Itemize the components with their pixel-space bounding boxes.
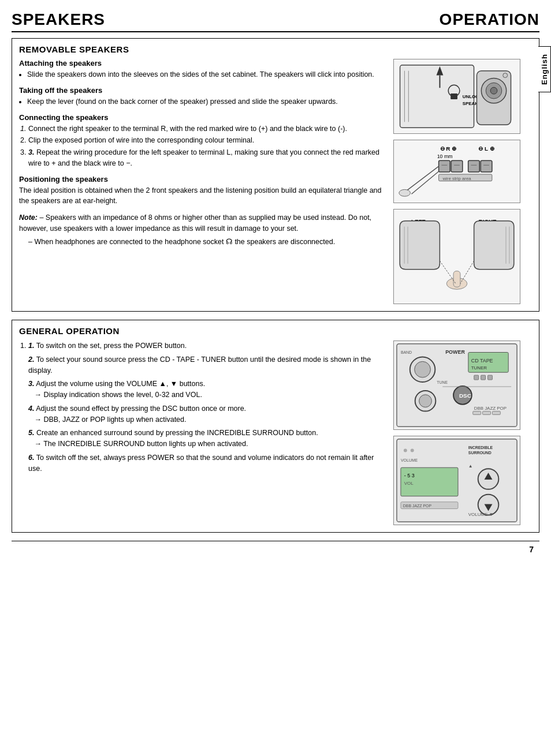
svg-point-45 bbox=[419, 395, 432, 407]
dsc-diagram: POWER DSC CD TAPE TUNER bbox=[393, 340, 520, 430]
unlock-speaker-diagram: UNLOCK SPEAKER bbox=[393, 59, 520, 134]
attaching-item: Slide the speakers down into the sleeves… bbox=[27, 69, 384, 80]
svg-rect-57 bbox=[483, 411, 491, 415]
svg-point-13 bbox=[503, 73, 508, 78]
svg-text:wire strip area: wire strip area bbox=[442, 176, 471, 181]
attaching-list: Slide the speakers down into the sleeves… bbox=[19, 69, 384, 80]
header-right-title: OPERATION bbox=[440, 10, 539, 29]
svg-text:INCREDIBLE: INCREDIBLE bbox=[468, 446, 493, 450]
taking-off-item: Keep the lever (found on the back corner… bbox=[27, 96, 384, 107]
op-step-6: 6. To switch off the set, always press P… bbox=[28, 452, 384, 474]
svg-rect-20 bbox=[481, 160, 492, 172]
svg-rect-18 bbox=[451, 160, 463, 172]
positioning-heading: Positioning the speakers bbox=[19, 175, 384, 184]
surround-svg: INCREDIBLE SURROUND - 5 3 VOL VOLUM bbox=[394, 436, 520, 525]
svg-point-43 bbox=[415, 361, 431, 377]
page-number: 7 bbox=[12, 545, 539, 554]
note-label: Note: bbox=[19, 214, 38, 222]
svg-rect-6 bbox=[451, 93, 457, 99]
svg-text:VOLUME ▼: VOLUME ▼ bbox=[468, 512, 493, 517]
removable-speakers-title: REMOVABLE SPEAKERS bbox=[19, 44, 532, 54]
svg-text:⊖ R ⊕: ⊖ R ⊕ bbox=[440, 145, 457, 152]
leftright-diagram: LEFT RIGHT bbox=[393, 209, 520, 304]
op-step-4: 4. Adjust the sound effect by pressing t… bbox=[28, 403, 384, 425]
op-step-3: 3. Adjust the volume using the VOLUME ▲,… bbox=[28, 379, 384, 401]
general-operation-content: 1. To switch on the set, press the POWER… bbox=[19, 340, 532, 525]
unlock-speaker-svg: UNLOCK SPEAKER bbox=[394, 59, 520, 133]
note-dash1: – Speakers with an impedance of 8 ohms o… bbox=[19, 214, 371, 233]
svg-rect-19 bbox=[468, 160, 480, 172]
svg-text:10 mm: 10 mm bbox=[437, 154, 453, 159]
svg-text:SURROUND: SURROUND bbox=[468, 451, 492, 455]
svg-text:POWER: POWER bbox=[445, 349, 465, 355]
svg-line-38 bbox=[440, 261, 456, 284]
note-block: Note: – Speakers with an impedance of 8 … bbox=[19, 212, 384, 247]
removable-speakers-content: Attaching the speakers Slide the speaker… bbox=[19, 59, 532, 304]
svg-text:TUNER: TUNER bbox=[471, 365, 487, 370]
svg-rect-52 bbox=[481, 375, 486, 380]
svg-text:DSC: DSC bbox=[459, 392, 471, 399]
positioning-text: The ideal position is obtained when the … bbox=[19, 185, 384, 207]
svg-point-29 bbox=[399, 189, 411, 196]
dsc-svg: POWER DSC CD TAPE TUNER bbox=[394, 340, 520, 430]
svg-point-12 bbox=[490, 87, 497, 94]
page: SPEAKERS OPERATION English REMOVABLE SPE… bbox=[0, 0, 551, 756]
removable-speakers-diagrams: UNLOCK SPEAKER bbox=[393, 59, 532, 304]
general-operation-steps: 1. To switch on the set, press the POWER… bbox=[19, 340, 384, 525]
connecting-step-3: 3. Repeat the wiring procedure for the l… bbox=[28, 147, 384, 169]
op-step-5: 5. Create an enhanced surround sound by … bbox=[28, 428, 384, 450]
connecting-step-2: Clip the exposed portion of wire into th… bbox=[28, 135, 384, 146]
removable-speakers-text: Attaching the speakers Slide the speaker… bbox=[19, 59, 384, 304]
connecting-step-1: Connect the right speaker to the termina… bbox=[28, 123, 384, 134]
general-operation-title: GENERAL OPERATION bbox=[19, 326, 532, 336]
svg-text:▲: ▲ bbox=[468, 463, 473, 469]
svg-text:CD TAPE: CD TAPE bbox=[471, 358, 493, 364]
removable-speakers-section: REMOVABLE SPEAKERS Attaching the speaker… bbox=[12, 38, 539, 312]
attaching-heading: Attaching the speakers bbox=[19, 59, 384, 68]
general-operation-section: GENERAL OPERATION 1. To switch on the se… bbox=[12, 320, 539, 533]
svg-text:TUNE: TUNE bbox=[437, 380, 448, 384]
language-tab: English bbox=[538, 46, 551, 92]
svg-text:BAND: BAND bbox=[401, 350, 412, 354]
general-operation-diagrams: POWER DSC CD TAPE TUNER bbox=[393, 340, 532, 525]
connecting-heading: Connecting the speakers bbox=[19, 113, 384, 122]
svg-rect-51 bbox=[474, 375, 479, 380]
operation-list: 1. To switch on the set, press the POWER… bbox=[19, 340, 384, 474]
page-header: SPEAKERS OPERATION bbox=[12, 10, 539, 32]
connecting-list: Connect the right speaker to the termina… bbox=[19, 123, 384, 169]
svg-rect-58 bbox=[492, 411, 500, 415]
svg-text:DBB JAZZ POP: DBB JAZZ POP bbox=[474, 406, 507, 411]
svg-rect-56 bbox=[473, 411, 481, 415]
svg-rect-37 bbox=[453, 271, 460, 287]
terminal-diagram: ⊖ R ⊕ ⊖ L ⊕ 10 mm bbox=[393, 140, 520, 203]
svg-text:VOL: VOL bbox=[404, 481, 414, 486]
svg-rect-17 bbox=[439, 160, 451, 172]
svg-point-77 bbox=[411, 449, 414, 452]
taking-off-list: Keep the lever (found on the back corner… bbox=[19, 96, 384, 107]
note-dash2: – When headphones are connected to the h… bbox=[19, 237, 384, 248]
svg-text:- 5 3: - 5 3 bbox=[404, 473, 415, 478]
svg-line-27 bbox=[406, 166, 439, 191]
leftright-svg: LEFT RIGHT bbox=[394, 209, 520, 304]
terminal-svg: ⊖ R ⊕ ⊖ L ⊕ 10 mm bbox=[394, 140, 520, 203]
svg-rect-53 bbox=[488, 375, 493, 380]
op-step-1: 1. To switch on the set, press the POWER… bbox=[28, 340, 384, 351]
svg-text:DBB JAZZ POP: DBB JAZZ POP bbox=[403, 504, 432, 508]
header-left-title: SPEAKERS bbox=[12, 10, 105, 29]
svg-point-76 bbox=[404, 449, 407, 452]
svg-text:VOLUME: VOLUME bbox=[401, 458, 418, 462]
bottom-divider bbox=[12, 541, 539, 541]
svg-line-28 bbox=[411, 171, 438, 194]
svg-text:⊖ L ⊕: ⊖ L ⊕ bbox=[478, 145, 494, 152]
surround-diagram: INCREDIBLE SURROUND - 5 3 VOL VOLUM bbox=[393, 436, 520, 525]
op-step-2: 2. To select your sound source press the… bbox=[28, 354, 384, 376]
taking-off-heading: Taking off the speakers bbox=[19, 86, 384, 95]
